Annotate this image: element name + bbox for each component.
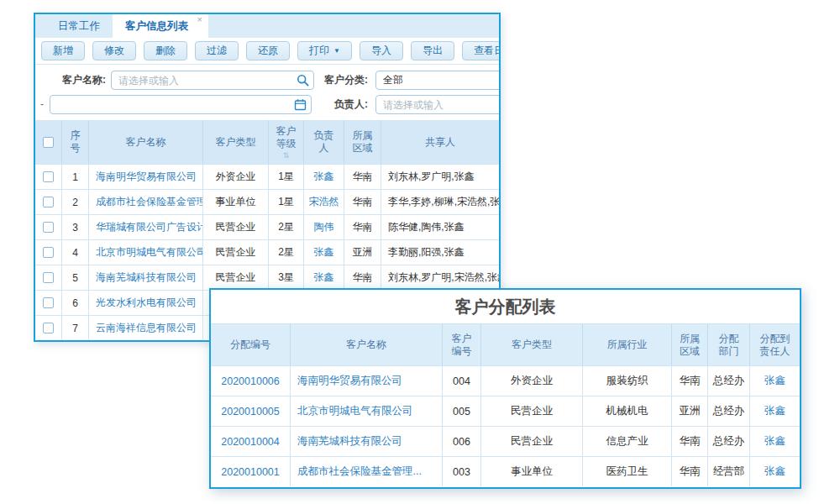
customer-level: 2星 xyxy=(269,215,304,239)
row-checkbox[interactable] xyxy=(43,247,54,258)
export-button[interactable]: 导出 xyxy=(411,41,454,60)
tab-daily-work[interactable]: 日常工作 xyxy=(45,14,113,38)
region: 华南 xyxy=(344,165,381,189)
table-row: 1 海南明华贸易有限公司 外资企业 1星 张鑫 华南 刘东林,罗广明,张鑫 xyxy=(35,164,499,189)
header-select-all xyxy=(35,120,62,164)
owner-label: 负责人: xyxy=(312,95,368,114)
customer-type: 事业单位 xyxy=(481,457,583,486)
print-button[interactable]: 打印 ▼ xyxy=(297,41,352,60)
customer-name-link[interactable]: 成都市社会保险基金管理... xyxy=(291,457,443,486)
customer-name-link[interactable]: 光发水利水电有限公司 xyxy=(89,291,203,315)
allocation-row: 2020010001 成都市社会保险基金管理... 003 事业单位 医药卫生 … xyxy=(211,456,800,486)
assignee-link[interactable]: 张鑫 xyxy=(750,366,800,396)
owner-link[interactable]: 张鑫 xyxy=(304,165,344,189)
header-shared: 共享人 xyxy=(381,120,499,164)
allocation-list-title: 客户分配列表 xyxy=(211,290,800,323)
filter-button[interactable]: 过滤 xyxy=(195,41,239,60)
tab-bar: 日常工作 客户信息列表 × xyxy=(35,14,499,38)
close-icon[interactable]: × xyxy=(197,14,202,25)
delete-button[interactable]: 删除 xyxy=(144,41,187,60)
chevron-down-icon: ▼ xyxy=(333,47,340,55)
add-button[interactable]: 新增 xyxy=(41,41,85,60)
assignee-link[interactable]: 张鑫 xyxy=(750,457,800,486)
alloc-no-link[interactable]: 2020010005 xyxy=(211,396,291,426)
row-checkbox[interactable] xyxy=(43,197,54,207)
customer-name-link[interactable]: 华瑞城有限公司广告设计部 xyxy=(89,215,203,239)
row-checkbox[interactable] xyxy=(43,272,54,283)
customer-name-link[interactable]: 北京市明城电气有限公司 xyxy=(291,396,443,426)
row-index: 3 xyxy=(62,215,89,239)
customer-type: 民营企业 xyxy=(203,215,269,239)
row-index: 2 xyxy=(62,190,89,214)
customer-name-link[interactable]: 海南芜城科技有限公司 xyxy=(291,427,443,456)
dept: 总经办 xyxy=(708,396,750,426)
customer-category-label: 客户分类: xyxy=(304,71,368,90)
row-index: 4 xyxy=(62,240,89,265)
row-checkbox[interactable] xyxy=(43,297,54,308)
header-owner: 负责人 xyxy=(304,120,344,164)
shared-people: 刘东林,罗广明,宋浩然,张鑫 xyxy=(381,265,499,290)
customer-name-link[interactable]: 海南明华贸易有限公司 xyxy=(291,366,443,396)
alloc-no-link[interactable]: 2020010001 xyxy=(211,457,291,486)
customer-category-select[interactable] xyxy=(375,71,501,90)
header-assignee: 分配到责任人 xyxy=(750,324,800,365)
dept: 总经办 xyxy=(708,427,750,456)
assignee-link[interactable]: 张鑫 xyxy=(750,427,800,456)
customer-level: 1星 xyxy=(269,165,304,189)
customer-no: 006 xyxy=(443,427,481,456)
owner-link[interactable]: 宋浩然 xyxy=(304,190,344,214)
industry: 机械机电 xyxy=(583,396,672,426)
customer-name-link[interactable]: 海南芜城科技有限公司 xyxy=(89,265,203,290)
customer-name-link[interactable]: 成都市社会保险基金管理... xyxy=(89,190,203,214)
row-index: 1 xyxy=(62,165,89,189)
tab-customer-info-list[interactable]: 客户信息列表 × xyxy=(113,14,208,38)
restore-button[interactable]: 还原 xyxy=(246,41,290,60)
shared-people: 李华,李婷,柳琳,宋浩然,张鑫 xyxy=(381,190,499,214)
header-dept: 分配部门 xyxy=(708,324,750,365)
owner-input[interactable] xyxy=(375,95,501,114)
header-customer-level[interactable]: 客户等级 ⇅ xyxy=(269,120,304,164)
owner-link[interactable]: 陶伟 xyxy=(304,215,344,239)
assignee-link[interactable]: 张鑫 xyxy=(750,396,800,426)
header-customer-no: 客户编号 xyxy=(443,324,481,365)
customer-name-label: 客户名称: xyxy=(47,71,106,90)
owner-link[interactable]: 张鑫 xyxy=(304,240,344,265)
row-checkbox[interactable] xyxy=(43,222,54,233)
customer-name-link[interactable]: 海南明华贸易有限公司 xyxy=(89,165,203,189)
table-row: 5 海南芜城科技有限公司 民营企业 3星 张鑫 华南 刘东林,罗广明,宋浩然,张… xyxy=(35,265,499,290)
import-button[interactable]: 导入 xyxy=(360,41,403,60)
row-index: 6 xyxy=(62,291,89,315)
customer-name-link[interactable]: 北京市明城电气有限公司 xyxy=(89,240,203,265)
allocation-table-header: 分配编号 客户名称 客户编号 客户类型 所属行业 所属区域 分配部门 分配到责任… xyxy=(211,323,800,365)
row-checkbox[interactable] xyxy=(43,171,54,182)
region: 华南 xyxy=(344,265,381,290)
header-customer-level-label: 客户等级 xyxy=(274,125,298,150)
industry: 信息产业 xyxy=(583,427,672,456)
customer-level: 1星 xyxy=(269,190,304,214)
region: 亚洲 xyxy=(672,396,708,426)
header-alloc-no: 分配编号 xyxy=(211,324,291,365)
table-header: 序号 客户名称 客户类型 客户等级 ⇅ 负责人 所属区域 共享人 xyxy=(35,120,499,164)
alloc-no-link[interactable]: 2020010006 xyxy=(211,366,291,396)
owner-link[interactable]: 张鑫 xyxy=(304,265,344,290)
customer-name-input[interactable] xyxy=(111,71,314,90)
select-all-checkbox[interactable] xyxy=(43,137,54,148)
sort-icon[interactable]: ⇅ xyxy=(283,152,290,160)
allocation-row: 2020010006 海南明华贸易有限公司 004 外资企业 服装纺织 华南 总… xyxy=(211,365,800,396)
industry: 医药卫生 xyxy=(583,457,672,486)
date-input[interactable] xyxy=(50,95,312,114)
customer-type: 外资企业 xyxy=(203,165,269,189)
customer-name-link[interactable]: 云南海祥信息有限公司 xyxy=(89,316,203,340)
alloc-no-link[interactable]: 2020010004 xyxy=(211,427,291,456)
row-checkbox[interactable] xyxy=(43,323,54,333)
view-log-button[interactable]: 查看日志 xyxy=(462,41,501,60)
shared-people: 陈华健,陶伟,张鑫 xyxy=(381,215,499,239)
edit-button[interactable]: 修改 xyxy=(92,41,136,60)
calendar-icon[interactable] xyxy=(294,98,307,111)
customer-level: 2星 xyxy=(269,240,304,265)
region: 华南 xyxy=(672,457,708,486)
header-customer-type: 客户类型 xyxy=(481,324,583,365)
header-region: 所属区域 xyxy=(344,120,381,164)
allocation-row: 2020010005 北京市明城电气有限公司 005 民营企业 机械机电 亚洲 … xyxy=(211,396,800,426)
customer-type: 民营企业 xyxy=(203,265,269,290)
